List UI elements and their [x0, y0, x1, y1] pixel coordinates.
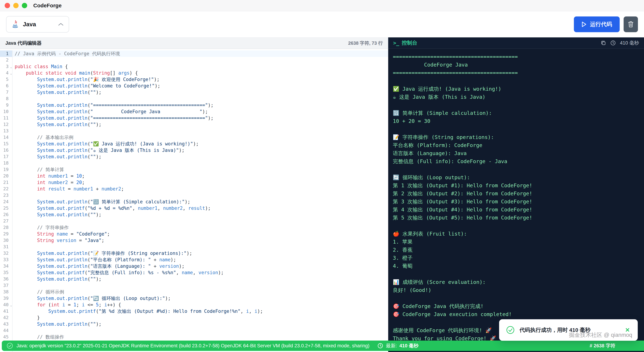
gutter-line-number[interactable]: 24 [0, 198, 12, 205]
code-line[interactable]: int number1 = 10; [12, 173, 388, 179]
code-line[interactable]: int result = number1 + number2; [12, 186, 388, 192]
code-line[interactable]: int number2 = 20; [12, 179, 388, 186]
maximize-window-button[interactable] [22, 3, 27, 8]
code-line[interactable] [12, 327, 388, 334]
gutter-line-number[interactable]: 39 [0, 295, 12, 302]
gutter-line-number[interactable]: 19 [0, 166, 12, 173]
gutter-line-number[interactable]: 27 [0, 218, 12, 224]
code-line[interactable]: System.out.println(""); [12, 212, 388, 218]
code-line[interactable]: System.out.println("🔢 简单计算 (Simple calcu… [12, 198, 388, 205]
code-line[interactable]: System.out.printf("第 %d 次输出 (Output #%d)… [12, 308, 388, 314]
editor-code-lines[interactable]: // Java 示例代码 - CodeForge 代码执行环境public cl… [12, 50, 388, 352]
gutter-line-number[interactable]: 31 [0, 244, 12, 250]
gutter-line-number[interactable]: 34 [0, 263, 12, 269]
gutter-line-number[interactable]: 33 [0, 256, 12, 263]
code-line[interactable] [12, 244, 388, 250]
gutter-line-number[interactable]: 42 [0, 314, 12, 321]
code-line[interactable]: // 数组操作 [12, 334, 388, 340]
gutter-line-number[interactable]: 9 [0, 102, 12, 108]
code-line[interactable]: System.out.println("📝 字符串操作 (String oper… [12, 250, 388, 256]
gutter-line-number[interactable]: 45 [0, 334, 12, 340]
code-line[interactable] [12, 160, 388, 166]
code-line[interactable]: System.out.printf("完整信息 (Full info): %s … [12, 269, 388, 276]
code-line[interactable]: // 字符串操作 [12, 224, 388, 231]
gutter-line-number[interactable]: 41 [0, 308, 12, 314]
gutter-line-number[interactable]: 43 [0, 321, 12, 327]
gutter-line-number[interactable]: 2 [0, 57, 12, 63]
gutter-line-number[interactable]: 15 [0, 140, 12, 147]
code-line[interactable]: System.out.println("🔄 循环输出 (Loop output)… [12, 295, 388, 302]
code-line[interactable]: // 基本输出示例 [12, 134, 388, 140]
code-line[interactable]: System.out.println(""); [12, 321, 388, 327]
gutter-line-number[interactable]: 13 [0, 128, 12, 134]
gutter-line-number[interactable]: 5 [0, 76, 12, 83]
run-code-button[interactable]: 运行代码 [574, 16, 620, 32]
gutter-line-number[interactable]: 10 [0, 108, 12, 115]
gutter-line-number[interactable]: 26 [0, 212, 12, 218]
code-line[interactable]: public static void main(String[] args) { [12, 70, 388, 76]
code-line[interactable]: System.out.println("🎉 欢迎使用 CodeForge!"); [12, 76, 388, 83]
code-line[interactable]: // 循环示例 [12, 289, 388, 295]
console-output[interactable]: ========================================… [388, 49, 644, 352]
gutter-line-number[interactable]: 3⌄ [0, 63, 12, 70]
gutter-line-number[interactable]: 35 [0, 269, 12, 276]
gutter-line-number[interactable]: 20 [0, 173, 12, 179]
gutter-line-number[interactable]: 44 [0, 327, 12, 334]
gutter-line-number[interactable]: 8 [0, 96, 12, 102]
clear-code-button[interactable] [624, 16, 638, 32]
fold-chevron-icon[interactable]: ⌄ [10, 302, 12, 308]
code-line[interactable]: public class Main { [12, 63, 388, 70]
code-line[interactable] [12, 57, 388, 63]
code-line[interactable] [12, 128, 388, 134]
fold-chevron-icon[interactable]: ⌄ [10, 70, 12, 76]
gutter-line-number[interactable]: 36 [0, 276, 12, 282]
copy-output-icon[interactable] [600, 40, 606, 46]
gutter-line-number[interactable]: 6 [0, 83, 12, 89]
code-line[interactable]: System.out.println(""); [12, 121, 388, 128]
gutter-line-number[interactable]: 29 [0, 231, 12, 237]
code-line[interactable]: } [12, 314, 388, 321]
gutter-line-number[interactable]: 37 [0, 282, 12, 289]
gutter-line-number[interactable]: 18 [0, 160, 12, 166]
code-line[interactable]: System.out.println("☕ 这是 Java 版本 (This i… [12, 147, 388, 154]
code-line[interactable]: System.out.println(""); [12, 276, 388, 282]
code-line[interactable]: System.out.println("====================… [12, 102, 388, 108]
code-line[interactable]: System.out.println("✅ Java 运行成功! (Java i… [12, 140, 388, 147]
gutter-line-number[interactable]: 11 [0, 115, 12, 121]
code-line[interactable]: // 简单计算 [12, 166, 388, 173]
gutter-line-number[interactable]: 21 [0, 179, 12, 186]
code-line[interactable]: System.out.println(""); [12, 154, 388, 160]
gutter-line-number[interactable]: 23 [0, 192, 12, 198]
fold-chevron-icon[interactable]: ⌄ [10, 64, 12, 70]
toast-close-button[interactable]: ✕ [624, 327, 631, 333]
code-line[interactable]: for (int i = 1; i <= 5; i++) { [12, 302, 388, 308]
gutter-line-number[interactable]: 28 [0, 224, 12, 231]
code-line[interactable] [12, 96, 388, 102]
code-line[interactable] [12, 218, 388, 224]
minimize-window-button[interactable] [13, 3, 18, 8]
code-line[interactable] [12, 192, 388, 198]
code-line[interactable]: System.out.println(" CodeForge Java "); [12, 108, 388, 115]
gutter-line-number[interactable]: 4⌄ [0, 70, 12, 76]
gutter-line-number[interactable]: 22 [0, 186, 12, 192]
gutter-line-number[interactable]: 32 [0, 250, 12, 256]
gutter-line-number[interactable]: 14 [0, 134, 12, 140]
code-line[interactable]: System.out.printf("%d + %d = %d%n", numb… [12, 205, 388, 212]
code-editor[interactable]: 123⌄4⌄5678910111213141516171819202122232… [0, 49, 388, 352]
gutter-line-number[interactable]: 16 [0, 147, 12, 154]
gutter-line-number[interactable]: 30 [0, 237, 12, 244]
code-line[interactable]: String version = "Java"; [12, 237, 388, 244]
code-line[interactable]: System.out.println(""); [12, 89, 388, 96]
gutter-line-number[interactable]: 1 [0, 50, 12, 57]
language-selector[interactable]: Java [6, 16, 69, 32]
code-line[interactable]: System.out.println("Welcome to CodeForge… [12, 83, 388, 89]
code-line[interactable] [12, 282, 388, 289]
gutter-line-number[interactable]: 38 [0, 289, 12, 295]
gutter-line-number[interactable]: 17 [0, 154, 12, 160]
gutter-line-number[interactable]: 25 [0, 205, 12, 212]
gutter-line-number[interactable]: 40⌄ [0, 302, 12, 308]
code-line[interactable]: System.out.println("平台名称 (Platform): " +… [12, 256, 388, 263]
close-window-button[interactable] [5, 3, 10, 8]
gutter-line-number[interactable]: 12 [0, 121, 12, 128]
code-line[interactable]: String name = "CodeForge"; [12, 231, 388, 237]
